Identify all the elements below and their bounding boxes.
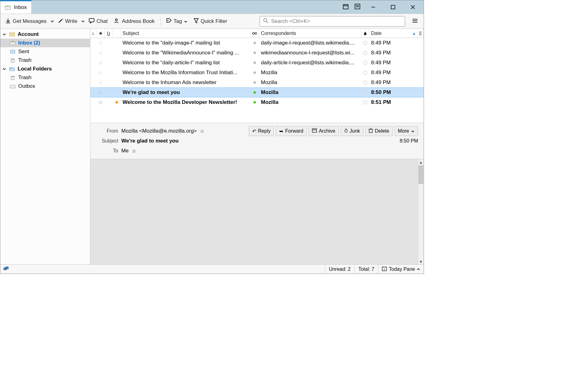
online-status-icon[interactable] <box>0 266 12 272</box>
column-read[interactable] <box>250 29 259 38</box>
column-subject[interactable]: Subject <box>121 29 250 38</box>
folder-sent[interactable]: Sent <box>0 47 90 56</box>
minimize-button[interactable] <box>366 2 380 12</box>
read-status-icon[interactable] <box>253 42 256 44</box>
junk-status-icon[interactable] <box>363 61 367 65</box>
maximize-button[interactable] <box>386 2 400 12</box>
archive-button[interactable]: Archive <box>309 126 339 136</box>
column-star[interactable]: ★ <box>97 29 105 38</box>
junk-status-icon[interactable] <box>363 80 367 85</box>
tab-inbox[interactable]: Inbox <box>0 0 32 14</box>
star-icon[interactable]: ☆ <box>98 89 103 96</box>
star-icon[interactable]: ☆ <box>200 128 204 134</box>
write-dropdown[interactable] <box>81 19 85 24</box>
message-row[interactable]: ☆Welcome to the "daily-article-l" mailin… <box>90 58 424 68</box>
junk-button[interactable]: Junk <box>341 126 364 136</box>
junk-status-icon[interactable] <box>363 90 367 95</box>
read-status-icon[interactable] <box>253 81 256 84</box>
from-value[interactable]: Mozilla <Mozilla@e.mozilla.org> <box>121 128 197 134</box>
close-button[interactable] <box>406 2 420 12</box>
message-subject: Welcome to the "daily-image-l" mailing l… <box>121 40 250 46</box>
scrollbar-thumb[interactable] <box>418 165 423 184</box>
get-messages-dropdown[interactable] <box>50 19 54 24</box>
app-menu-button[interactable] <box>409 17 421 26</box>
star-icon[interactable]: ☆ <box>98 59 103 66</box>
status-bar: Unread: 2 Total: 7 6 Today Pane <box>0 264 424 274</box>
folder-outbox[interactable]: Outbox <box>0 82 90 91</box>
folder-label: Inbox (2) <box>18 40 40 46</box>
read-status-icon[interactable] <box>253 71 256 74</box>
scrollbar-vertical[interactable]: ▴ ▾ <box>418 159 424 264</box>
forward-button[interactable]: ➥Forward <box>276 126 307 136</box>
column-attachment[interactable] <box>105 29 113 38</box>
address-book-label: Address Book <box>122 18 155 24</box>
folder-trash[interactable]: Trash <box>0 56 90 65</box>
star-icon[interactable]: ☆ <box>98 79 103 86</box>
search-box[interactable] <box>260 16 405 27</box>
get-messages-button[interactable]: Get Messages <box>3 17 49 26</box>
more-button[interactable]: More <box>395 126 418 136</box>
read-status-icon[interactable] <box>253 91 256 94</box>
subject-value: We're glad to meet you <box>121 138 179 144</box>
junk-status-icon[interactable] <box>363 51 367 55</box>
message-row[interactable]: ☆We're glad to meet youMozilla8:50 PM <box>90 87 424 97</box>
status-total: Total: 7 <box>354 265 378 274</box>
read-status-icon[interactable] <box>253 101 256 104</box>
search-input[interactable] <box>271 18 402 24</box>
message-row[interactable]: ☆Welcome to the "daily-image-l" mailing … <box>90 38 424 48</box>
write-button[interactable]: Write <box>55 17 80 26</box>
star-icon[interactable]: ☆ <box>98 99 103 106</box>
message-correspondent: daily-article-l-request@lists.wikimedia.… <box>259 60 361 66</box>
svg-point-16 <box>115 19 117 21</box>
star-icon[interactable]: ☆ <box>98 49 103 56</box>
svg-rect-41 <box>312 130 317 132</box>
forward-icon: ➥ <box>279 128 283 134</box>
local-folders-icon <box>9 66 15 71</box>
message-date: 8:49 PM <box>369 70 417 76</box>
today-pane-toggle[interactable]: 6 Today Pane <box>378 265 424 274</box>
message-row[interactable]: ☆Welcome to the Inhuman Ads newsletterMo… <box>90 78 424 87</box>
message-list-empty-space <box>90 107 424 123</box>
read-status-icon[interactable] <box>253 52 256 54</box>
message-row[interactable]: ☆✸Welcome to the Mozilla Developer Newsl… <box>90 97 424 107</box>
message-row[interactable]: ☆Welcome to the Mozilla Information Trus… <box>90 68 424 78</box>
trash-folder-icon <box>10 58 16 63</box>
column-junk[interactable] <box>361 29 369 38</box>
tag-button[interactable]: Tag <box>164 17 190 26</box>
delete-button[interactable]: Delete <box>365 126 392 136</box>
read-status-icon[interactable] <box>253 62 256 64</box>
archive-icon <box>312 128 317 134</box>
to-value[interactable]: Me <box>121 148 129 154</box>
junk-status-icon[interactable] <box>363 100 367 104</box>
quick-filter-button[interactable]: Quick Filter <box>191 17 230 26</box>
chevron-down-icon[interactable] <box>2 67 6 70</box>
calendar-icon[interactable] <box>343 3 349 11</box>
star-icon[interactable]: ☆ <box>98 40 103 46</box>
account-row[interactable]: Account <box>0 30 90 39</box>
chat-button[interactable]: Chat <box>86 17 110 26</box>
local-folders-row[interactable]: Local Folders <box>0 65 90 73</box>
scroll-up-icon[interactable]: ▴ <box>418 159 424 165</box>
column-picker[interactable] <box>417 29 424 38</box>
junk-status-icon[interactable] <box>363 70 367 75</box>
inbox-icon <box>5 5 11 10</box>
column-date[interactable]: Date▴ <box>369 29 417 38</box>
folder-trash-local[interactable]: Trash <box>0 73 90 82</box>
message-row[interactable]: ☆Welcome to the "WikimediaAnnounce-l" ma… <box>90 48 424 58</box>
reply-button[interactable]: ↶Reply <box>249 126 274 136</box>
column-correspondents[interactable]: Correspondents <box>259 29 361 38</box>
column-spacer <box>113 29 121 38</box>
junk-status-icon[interactable] <box>363 41 367 45</box>
scroll-down-icon[interactable]: ▾ <box>418 259 424 264</box>
address-book-button[interactable]: Address Book <box>111 17 157 26</box>
svg-rect-32 <box>11 76 14 80</box>
star-icon[interactable]: ☆ <box>132 148 136 154</box>
message-correspondent: wikimediaannounce-l-request@lists.wi... <box>259 50 361 56</box>
column-thread[interactable] <box>90 29 97 38</box>
chat-label: Chat <box>97 18 108 24</box>
tasks-icon[interactable] <box>354 3 361 11</box>
chevron-down-icon[interactable] <box>2 33 6 36</box>
folder-inbox[interactable]: Inbox (2) <box>0 39 90 47</box>
message-correspondent: daily-image-l-request@lists.wikimedia...… <box>259 40 361 46</box>
star-icon[interactable]: ☆ <box>98 69 103 76</box>
